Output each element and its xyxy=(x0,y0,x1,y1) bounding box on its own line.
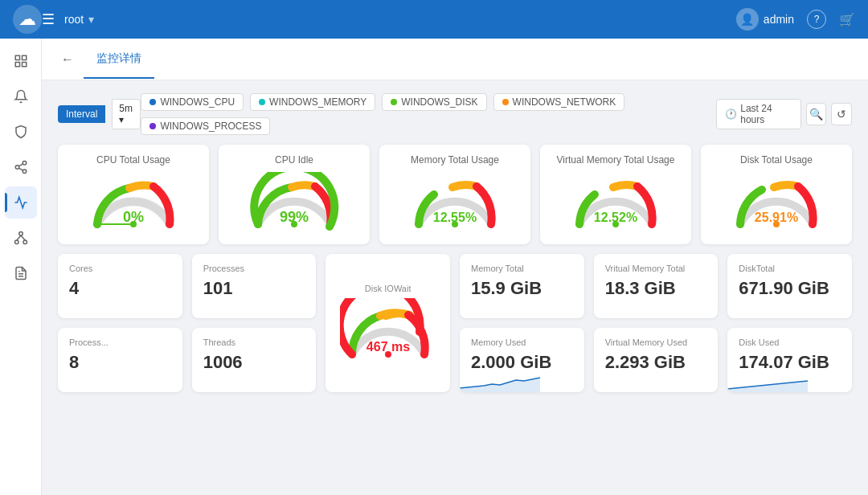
sidebar-item-alerts[interactable] xyxy=(5,80,37,112)
interval-label: Interval xyxy=(58,105,105,123)
stat-process-count-title: Process... xyxy=(69,338,171,347)
clock-icon: 🕐 xyxy=(725,108,737,120)
back-button[interactable]: ← xyxy=(61,52,74,67)
disk-used-chart xyxy=(727,368,808,392)
top-navigation: ☁ ☰ root ▾ 👤 admin ? 🛒 xyxy=(0,0,868,39)
gauge-virtual-memory-usage: Virtual Memory Total Usage 12.52% xyxy=(540,145,691,244)
stat-processes-value: 101 xyxy=(203,278,305,299)
filter-windows-process[interactable]: WINDOWS_PROCESS xyxy=(141,117,270,135)
stat-process-count-value: 8 xyxy=(69,352,171,373)
help-icon[interactable]: ? xyxy=(807,10,826,29)
gauge-iowait-svg: 467 ms xyxy=(340,298,436,362)
filter-windows-network[interactable]: WINDOWS_NETWORK xyxy=(493,93,625,111)
toolbar: Interval 5m ▾ WINDOWS_CPU WINDOWS_MEMORY… xyxy=(58,93,852,135)
tab-monitor-detail[interactable]: 监控详情 xyxy=(84,40,154,79)
interval-select[interactable]: 5m ▾ xyxy=(112,99,141,129)
stat-disk-total-title: DiskTotal xyxy=(739,264,841,273)
gauge-memory-total-usage-title: Memory Total Usage xyxy=(389,154,521,166)
filter-windows-memory[interactable]: WINDOWS_MEMORY xyxy=(250,93,375,111)
filter-tags: WINDOWS_CPU WINDOWS_MEMORY WINDOWS_DISK … xyxy=(141,93,716,135)
svg-point-10 xyxy=(14,240,18,244)
filter-windows-disk[interactable]: WINDOWS_DISK xyxy=(382,93,486,111)
svg-line-12 xyxy=(16,235,20,240)
svg-text:12.52%: 12.52% xyxy=(594,211,637,224)
stat-memory-used-title: Memory Used xyxy=(471,338,573,347)
stat-virtual-memory-total-value: 18.3 GiB xyxy=(605,278,707,299)
cart-icon[interactable]: 🛒 xyxy=(839,12,855,27)
sidebar-item-security[interactable] xyxy=(5,116,37,148)
stat-disk-used: Disk Used 174.07 GiB xyxy=(727,328,852,392)
menu-toggle[interactable]: ☰ xyxy=(42,10,55,28)
stat-memory-used: Memory Used 2.000 GiB xyxy=(460,328,584,392)
svg-line-7 xyxy=(18,168,23,170)
stat-processes: Processes 101 xyxy=(192,254,317,318)
svg-rect-3 xyxy=(22,63,26,67)
sidebar-item-metrics[interactable] xyxy=(5,186,37,219)
svg-point-4 xyxy=(23,162,27,166)
gauge-disk-total-usage-title: Disk Total Usage xyxy=(710,154,842,166)
search-button[interactable]: 🔍 xyxy=(806,103,827,125)
stat-cores-value: 4 xyxy=(69,278,171,299)
gauge-memory-total-usage: Memory Total Usage 12.55% xyxy=(379,145,530,244)
nav-right: 👤 admin ? 🛒 xyxy=(736,8,855,31)
stat-memory-total: Memory Total 15.9 GiB xyxy=(460,254,584,318)
gauge-vmem-svg: 12.52% xyxy=(567,172,664,232)
stat-disk-total-value: 671.90 GiB xyxy=(739,278,841,299)
content-area: Interval 5m ▾ WINDOWS_CPU WINDOWS_MEMORY… xyxy=(42,80,868,405)
main-content: ← 监控详情 Interval 5m ▾ WINDOWS_CPU xyxy=(42,39,868,495)
time-range-badge[interactable]: 🕐 Last 24 hours xyxy=(716,99,800,129)
sidebar-item-logs[interactable] xyxy=(5,257,37,289)
svg-text:0%: 0% xyxy=(123,209,144,225)
svg-point-6 xyxy=(23,170,27,174)
sidebar-item-topology[interactable] xyxy=(5,151,37,183)
stat-disk-iowait-title: Disk IOWait xyxy=(365,284,411,293)
gauge-cpu-idle-svg: 99% xyxy=(246,172,342,232)
sidebar xyxy=(0,39,42,495)
svg-text:12.55%: 12.55% xyxy=(433,211,477,224)
toolbar-right: 🕐 Last 24 hours 🔍 ↺ xyxy=(716,99,852,129)
stat-virtual-memory-used-value: 2.293 GiB xyxy=(605,352,707,373)
gauge-cpu-idle: CPU Idle 99% xyxy=(219,145,370,244)
memory-used-chart xyxy=(460,368,540,392)
stat-memory-total-title: Memory Total xyxy=(471,264,573,273)
gauge-virtual-memory-usage-title: Virtual Memory Total Usage xyxy=(550,154,682,166)
sidebar-item-dashboard[interactable] xyxy=(5,45,37,77)
svg-text:99%: 99% xyxy=(280,209,309,225)
stat-threads-value: 1006 xyxy=(203,352,305,373)
tabs: 监控详情 xyxy=(84,40,154,79)
refresh-button[interactable]: ↺ xyxy=(831,103,852,125)
stat-cores-title: Cores xyxy=(69,264,171,273)
stat-disk-used-title: Disk Used xyxy=(739,338,841,347)
gauge-disk-svg: 25.91% xyxy=(728,172,825,232)
svg-marker-30 xyxy=(727,381,808,392)
svg-point-5 xyxy=(15,166,19,170)
gauge-memory-svg: 12.55% xyxy=(407,172,503,232)
stats-grid: Cores 4 Processes 101 Disk IOWait xyxy=(58,254,852,392)
svg-text:25.91%: 25.91% xyxy=(755,211,798,224)
stat-disk-iowait: Disk IOWait 467 ms xyxy=(326,254,450,392)
page-header: ← 监控详情 xyxy=(42,39,868,80)
svg-point-11 xyxy=(23,240,27,244)
svg-line-13 xyxy=(21,235,25,240)
toolbar-left: Interval 5m ▾ xyxy=(58,99,141,129)
stat-process-count: Process... 8 xyxy=(58,328,182,392)
svg-point-9 xyxy=(18,232,23,236)
user-menu[interactable]: 👤 admin xyxy=(736,8,794,31)
gauge-cpu-total: CPU Total Usage 0% xyxy=(58,145,209,244)
stat-cores: Cores 4 xyxy=(58,254,182,318)
gauge-row: CPU Total Usage 0% xyxy=(58,145,852,244)
sidebar-item-nodes[interactable] xyxy=(5,222,37,254)
stat-threads-title: Threads xyxy=(203,338,305,347)
stat-processes-title: Processes xyxy=(203,264,305,273)
stat-virtual-memory-used-title: Virtual Memory Used xyxy=(605,338,707,347)
svg-rect-0 xyxy=(15,55,19,59)
svg-rect-2 xyxy=(15,63,19,67)
stat-virtual-memory-used: Virtual Memory Used 2.293 GiB xyxy=(594,328,719,392)
stat-threads: Threads 1006 xyxy=(192,328,317,392)
svg-line-8 xyxy=(18,164,23,166)
filter-windows-cpu[interactable]: WINDOWS_CPU xyxy=(141,93,244,111)
svg-rect-1 xyxy=(22,55,26,59)
avatar: 👤 xyxy=(736,8,759,31)
breadcrumb: root ▾ xyxy=(64,13,94,26)
gauge-cpu-total-title: CPU Total Usage xyxy=(68,154,199,166)
